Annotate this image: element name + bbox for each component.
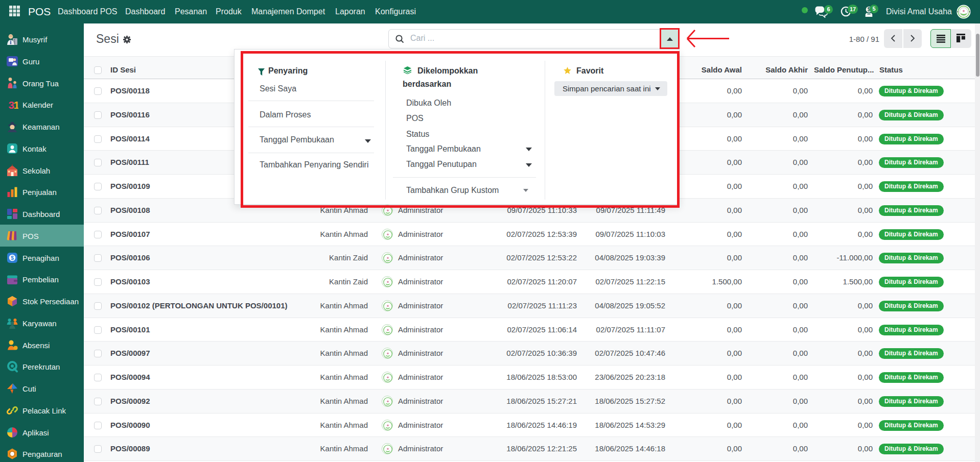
svg-text:$: $ [11, 255, 14, 261]
svg-text:1: 1 [14, 99, 19, 111]
